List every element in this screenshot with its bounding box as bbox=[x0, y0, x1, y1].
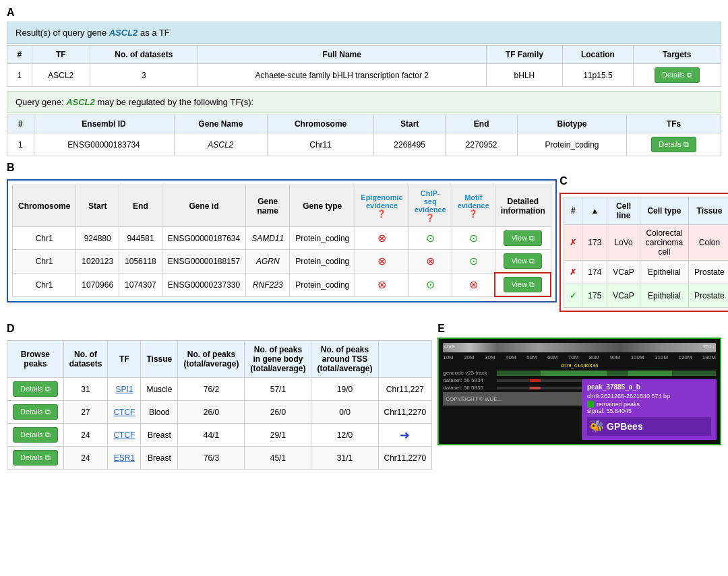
col-family: TF Family bbox=[486, 46, 563, 64]
section-d-wrapper: D Browse peaks No. of datasets TF Tissue… bbox=[7, 323, 432, 475]
view-button-b3[interactable]: View ⧉ bbox=[504, 277, 542, 292]
arrow-right-icon: ➜ bbox=[400, 428, 410, 442]
section-b-label: B bbox=[7, 162, 557, 174]
details-button-d4[interactable]: Details ⧉ bbox=[13, 450, 58, 466]
evidence-ok-icon: ⊙ bbox=[426, 232, 435, 244]
col-tf: TF bbox=[32, 46, 90, 64]
cell-genebody: 29/1 bbox=[245, 424, 311, 447]
cell-motif: ⊙ bbox=[452, 250, 495, 274]
remained-color-box bbox=[587, 401, 594, 408]
chromosome-ruler: chr9 251↓ bbox=[443, 343, 716, 352]
tf-link[interactable]: SPI1 bbox=[115, 385, 133, 394]
cell-peaks: 76/2 bbox=[178, 378, 245, 401]
cell-tissue: Muscle bbox=[141, 378, 178, 401]
cell-datasets: 24 bbox=[63, 424, 108, 447]
section-d-label: D bbox=[7, 323, 432, 335]
cell-datasets: 31 bbox=[63, 378, 108, 401]
cell-genetype: Protein_coding bbox=[290, 250, 355, 274]
gene-name-italic: AGRN bbox=[256, 257, 280, 266]
cell-cellline: VCaP bbox=[607, 284, 640, 307]
details-button-a1[interactable]: Details ⧉ bbox=[655, 67, 700, 83]
col-datasets: No. of datasets bbox=[63, 341, 108, 378]
table-row: Details ⧉ 24 ESR1 Breast 76/3 45/1 31/1 … bbox=[7, 447, 432, 470]
gpbees-banner: 🐝 GPBees bbox=[587, 417, 711, 436]
col-genetype: Gene type bbox=[290, 185, 355, 227]
details-button-d1[interactable]: Details ⧉ bbox=[13, 381, 58, 397]
cell-chr: Chr11 bbox=[268, 133, 374, 156]
details-button-d3[interactable]: Details ⧉ bbox=[13, 427, 58, 443]
cell-detail: View ⧉ bbox=[495, 227, 551, 250]
cell-tf: ASCL2 bbox=[32, 64, 90, 87]
cell-celltype: Epithelial bbox=[640, 261, 688, 284]
cell-epigen: ⊗ bbox=[355, 250, 408, 274]
details-button-a2[interactable]: Details ⧉ bbox=[651, 137, 696, 152]
col-celltype: Cell type bbox=[640, 197, 688, 225]
cell-mark: ✗ bbox=[564, 261, 582, 284]
col-tissue: Tissue bbox=[689, 197, 728, 225]
col-loc bbox=[378, 341, 432, 378]
cell-motif: ⊗ bbox=[452, 273, 495, 296]
gencode-track: gencode v23 track bbox=[443, 370, 716, 376]
col-fullname: Full Name bbox=[198, 46, 486, 64]
cell-geneid: ENSG00000187634 bbox=[162, 227, 245, 250]
view-button-b1[interactable]: View ⧉ bbox=[504, 230, 542, 246]
gene-name-italic: RNF223 bbox=[253, 280, 283, 290]
track-label-dataset: dataset: 56 5834 bbox=[443, 377, 497, 383]
cell-tissue: Blood bbox=[141, 401, 178, 424]
track-label-dataset2: dataset: 56 5835 bbox=[443, 385, 497, 391]
query-sub-gene: ASCL2 bbox=[66, 97, 95, 107]
table-row: Chr1 1020123 1056118 ENSG00000188157 AGR… bbox=[13, 250, 551, 274]
section-a-label: A bbox=[7, 7, 721, 19]
copyright-text: COPYRIGHT © WUE... bbox=[443, 396, 502, 402]
col-targets: Targets bbox=[633, 46, 721, 64]
cell-num: 1 bbox=[7, 64, 32, 87]
cell-chr: Chr1 bbox=[13, 250, 76, 274]
cell-genebody: 45/1 bbox=[245, 447, 311, 470]
table-row: 1 ENSG00000183734 ASCL2 Chr11 2268495 22… bbox=[7, 133, 721, 156]
scale-10m: 10M bbox=[443, 354, 454, 360]
table-row: Details ⧉ 31 SPI1 Muscle 76/2 57/1 19/0 … bbox=[7, 378, 432, 401]
col-num: # bbox=[7, 46, 32, 64]
cell-genebody: 57/1 bbox=[245, 378, 311, 401]
query-sub-text: Query gene: ASCL2 may be regulated by th… bbox=[16, 97, 253, 107]
cell-tf: SPI1 bbox=[108, 378, 141, 401]
cell-start: 1070966 bbox=[76, 273, 119, 296]
view-button-b2[interactable]: View ⧉ bbox=[504, 253, 542, 269]
col-chromosome: Chromosome bbox=[268, 115, 374, 133]
cell-start: 924880 bbox=[76, 227, 119, 250]
cell-mark: ✗ bbox=[564, 225, 582, 261]
table-row: 1 ASCL2 3 Achaete-scute family bHLH tran… bbox=[7, 64, 721, 87]
scale-100m: 100M bbox=[631, 354, 644, 360]
cell-chr: Chr1 bbox=[13, 227, 76, 250]
cell-location: 11p15.5 bbox=[563, 64, 633, 87]
details-button-d2[interactable]: Details ⧉ bbox=[13, 404, 58, 420]
cell-browse: Details ⧉ bbox=[7, 378, 64, 401]
scale-50m: 50M bbox=[526, 354, 537, 360]
tf-link[interactable]: ESR1 bbox=[114, 453, 135, 463]
scale-40m: 40M bbox=[506, 354, 516, 360]
tf-link[interactable]: CTCF bbox=[113, 408, 135, 417]
cell-detail: View ⧉ bbox=[495, 250, 551, 274]
evidence-no-icon: ⊗ bbox=[469, 279, 478, 290]
scale-80m: 80M bbox=[589, 354, 600, 360]
scale-110m: 110M bbox=[655, 354, 668, 360]
col-genebody: No. of peaks in gene body (total/average… bbox=[245, 341, 311, 378]
table-row: Details ⧉ 27 CTCF Blood 26/0 26/0 0/0 Ch… bbox=[7, 401, 432, 424]
scale-20m: 20M bbox=[464, 354, 475, 360]
col-start: Start bbox=[76, 185, 119, 227]
cell-loc: Chr11,2270 bbox=[378, 447, 432, 470]
cell-motif: ⊙ bbox=[452, 227, 495, 250]
query-gene-name: ASCL2 bbox=[109, 28, 138, 38]
cell-geneid: ENSG00000188157 bbox=[162, 250, 245, 274]
col-genename: Gene name bbox=[246, 185, 290, 227]
cell-end: 2270952 bbox=[446, 133, 517, 156]
cell-tf: CTCF bbox=[108, 401, 141, 424]
col-chipseq: ChIP-seq evidence ❓ bbox=[408, 185, 452, 227]
cell-tissue: Prostate bbox=[689, 261, 728, 284]
cell-end: 1056118 bbox=[119, 250, 162, 274]
popup-coords: chr9:2621266-2621840 574 bp bbox=[587, 393, 711, 399]
cell-browse: Details ⧉ bbox=[7, 424, 64, 447]
evidence-no-icon: ⊗ bbox=[426, 255, 435, 267]
tf-link[interactable]: CTCF bbox=[113, 430, 135, 440]
cell-tss: 0/0 bbox=[311, 401, 378, 424]
